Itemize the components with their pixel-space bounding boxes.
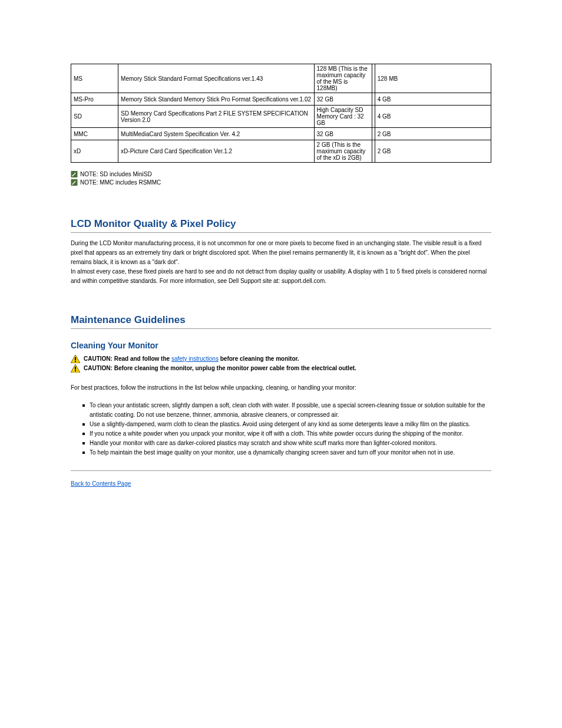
divider: [71, 470, 491, 471]
cell: SD Memory Card Specifications Part 2 FIL…: [118, 106, 314, 128]
table-row: SD SD Memory Card Specifications Part 2 …: [71, 106, 491, 128]
svg-rect-6: [75, 361, 76, 362]
divider: [71, 328, 491, 329]
cell: MS: [71, 64, 118, 93]
pencil-icon: [71, 171, 78, 177]
cell: 4 GB: [375, 106, 491, 128]
warning-triangle-icon: [71, 355, 80, 363]
intro-text: For best practices, follow the instructi…: [71, 383, 491, 393]
caution-text: CAUTION: Read and follow the safety inst…: [84, 355, 299, 363]
note-row: NOTE: MMC includes RSMMC: [71, 178, 562, 186]
document-page: MS Memory Stick Standard Format Specific…: [0, 64, 562, 510]
divider: [71, 232, 491, 233]
cell: Memory Stick Standard Memory Stick Pro F…: [118, 93, 314, 106]
cell: 4 GB: [375, 93, 491, 106]
cell: 2 GB (This is the maximum capacity of th…: [314, 140, 372, 163]
cell: 128 MB (This is the maximum capacity of …: [314, 64, 372, 93]
cell: Memory Stick Standard Format Specificati…: [118, 64, 314, 93]
section-heading-lcd-policy: LCD Monitor Quality & Pixel Policy: [71, 218, 562, 230]
table-row: MS Memory Stick Standard Format Specific…: [71, 64, 491, 93]
table-row: xD xD-Picture Card Card Specification Ve…: [71, 140, 491, 163]
bullet-list: To clean your antistatic screen, slightl…: [82, 401, 491, 457]
cell: MultiMediaCard System Specification Ver.…: [118, 128, 314, 140]
list-item: If you notice a white powder when you un…: [82, 429, 491, 439]
table-row: MS-Pro Memory Stick Standard Memory Stic…: [71, 93, 491, 106]
caution-row: CAUTION: Before cleaning the monitor, un…: [71, 364, 491, 373]
table-row: MMC MultiMediaCard System Specification …: [71, 128, 491, 140]
cell: 2 GB: [375, 128, 491, 140]
cell: 128 MB: [375, 64, 491, 93]
section-heading-maintenance: Maintenance Guidelines: [71, 314, 562, 326]
back-to-contents-link[interactable]: Back to Contents Page: [71, 480, 131, 487]
pencil-icon: [71, 179, 78, 186]
caution-suffix: before cleaning the monitor.: [220, 355, 299, 362]
caution-text: CAUTION: Before cleaning the monitor, un…: [84, 364, 356, 373]
list-item: To help maintain the best image quality …: [82, 448, 491, 457]
svg-rect-9: [75, 370, 76, 371]
svg-rect-8: [75, 367, 76, 370]
cell: xD: [71, 140, 118, 163]
cell: MMC: [71, 128, 118, 140]
safety-instructions-link[interactable]: safety instructions: [171, 355, 219, 362]
cell: SD: [71, 106, 118, 128]
warning-triangle-icon: [71, 364, 80, 373]
body-text: During the LCD Monitor manufacturing pro…: [71, 239, 491, 286]
list-item: To clean your antistatic screen, slightl…: [82, 401, 491, 420]
cell: 32 GB: [314, 93, 372, 106]
list-item: Use a slightly-dampened, warm cloth to c…: [82, 420, 491, 429]
list-item: Handle your monitor with care as darker-…: [82, 439, 491, 448]
caution-row: CAUTION: Read and follow the safety inst…: [71, 355, 491, 363]
note-row: NOTE: SD includes MiniSD: [71, 170, 562, 178]
cell: 2 GB: [375, 140, 491, 163]
svg-rect-1: [72, 176, 73, 176]
svg-rect-3: [72, 184, 73, 185]
note-text: NOTE: MMC includes RSMMC: [80, 179, 161, 186]
cell: xD-Picture Card Card Specification Ver.1…: [118, 140, 314, 163]
cell: High Capacity SD Memory Card : 32 GB: [314, 106, 372, 128]
cell: MS-Pro: [71, 93, 118, 106]
subsection-heading-cleaning: Cleaning Your Monitor: [71, 341, 562, 350]
cell: 32 GB: [314, 128, 372, 140]
caution-prefix: CAUTION: Read and follow the: [84, 355, 171, 362]
svg-rect-5: [75, 357, 76, 360]
caution-2: CAUTION: Before cleaning the monitor, un…: [84, 365, 356, 371]
flash-card-table: MS Memory Stick Standard Format Specific…: [71, 64, 491, 163]
note-text: NOTE: SD includes MiniSD: [80, 171, 152, 177]
